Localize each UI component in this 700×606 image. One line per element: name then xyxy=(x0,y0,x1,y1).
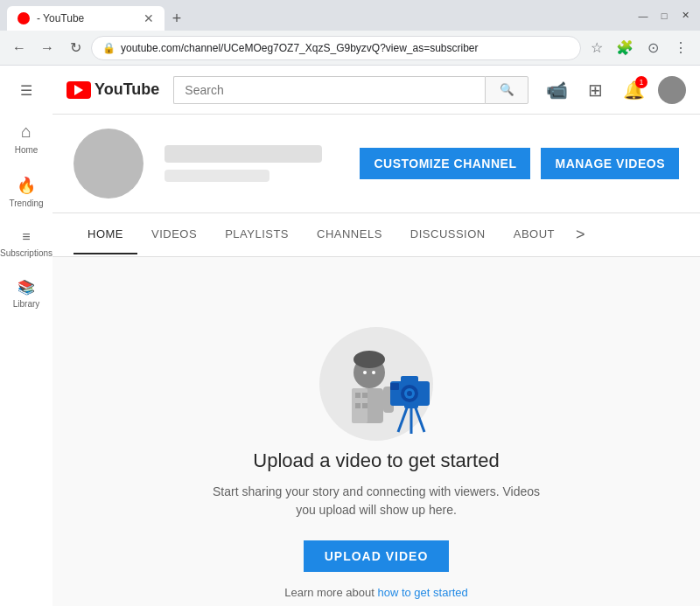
new-tab-button[interactable]: + xyxy=(164,6,189,31)
svg-rect-6 xyxy=(362,403,368,408)
search-button[interactable]: 🔍 xyxy=(485,76,528,104)
upload-title: Upload a video to get started xyxy=(253,449,499,472)
tabs-more-button[interactable]: > xyxy=(569,213,592,256)
play-triangle xyxy=(74,85,83,95)
channel-subscribers xyxy=(164,170,270,182)
upload-area: Upload a video to get started Start shar… xyxy=(52,257,700,606)
window-controls: — □ ✕ xyxy=(635,8,693,24)
notification-badge: 1 xyxy=(635,76,648,88)
tab-home[interactable]: HOME xyxy=(74,215,137,254)
tab-videos[interactable]: VIDEOS xyxy=(137,215,211,254)
maximize-button[interactable]: □ xyxy=(656,8,672,24)
svg-point-10 xyxy=(372,371,375,374)
svg-rect-13 xyxy=(401,376,418,383)
sidebar-menu-button[interactable]: ☰ xyxy=(9,73,44,108)
header-right: 📹 ⊞ 🔔 1 xyxy=(542,76,686,104)
tab-about[interactable]: ABOUT xyxy=(500,215,569,254)
sidebar-item-subscriptions[interactable]: ≡ Subscriptions xyxy=(0,219,52,268)
sidebar-label-trending: Trending xyxy=(9,199,43,208)
notifications-button[interactable]: 🔔 1 xyxy=(620,76,648,104)
manage-videos-button[interactable]: MANAGE VIDEOS xyxy=(541,148,679,179)
tab-playlists[interactable]: PLAYLISTS xyxy=(211,215,303,254)
title-bar: - YouTube ✕ + — □ ✕ xyxy=(0,0,700,31)
customize-channel-button[interactable]: CUSTOMIZE CHANNEL xyxy=(360,148,530,179)
svg-rect-4 xyxy=(362,393,368,398)
tab-discussion[interactable]: DISCUSSION xyxy=(396,215,500,254)
subscriptions-icon: ≡ xyxy=(22,229,30,245)
svg-rect-3 xyxy=(355,393,360,398)
channel-tabs: HOME VIDEOS PLAYLISTS CHANNELS DISCUSSIO… xyxy=(52,213,700,257)
camera-illustration xyxy=(306,310,446,449)
tab-title: - YouTube xyxy=(37,12,136,24)
channel-header: CUSTOMIZE CHANNEL MANAGE VIDEOS xyxy=(52,115,700,213)
search-icon: 🔍 xyxy=(500,83,514,96)
tab-favicon xyxy=(18,12,30,24)
close-button[interactable]: ✕ xyxy=(677,8,693,24)
active-tab[interactable]: - YouTube ✕ xyxy=(7,6,164,31)
svg-point-9 xyxy=(363,371,367,374)
main-content: YouTube 🔍 📹 ⊞ 🔔 xyxy=(52,66,700,606)
how-to-get-started-link[interactable]: how to get started xyxy=(377,586,467,599)
svg-rect-17 xyxy=(390,383,399,390)
library-icon: 📚 xyxy=(18,279,35,296)
svg-point-8 xyxy=(354,351,385,368)
video-camera-icon: 📹 xyxy=(546,80,568,101)
refresh-button[interactable]: ↻ xyxy=(63,36,88,60)
user-avatar[interactable] xyxy=(658,76,686,104)
channel-name xyxy=(164,145,322,163)
youtube-logo-icon xyxy=(66,81,91,99)
tab-bar: - YouTube ✕ + xyxy=(7,0,628,31)
extensions-button[interactable]: 🧩 xyxy=(612,36,637,60)
apps-icon: ⊞ xyxy=(588,80,603,101)
youtube-app: ☰ ⌂ Home 🔥 Trending ≡ Subscriptions 📚 Li… xyxy=(0,66,700,606)
sidebar-label-subscriptions: Subscriptions xyxy=(0,248,52,258)
tab-channels[interactable]: CHANNELS xyxy=(303,215,396,254)
sidebar-item-home[interactable]: ⌂ Home xyxy=(0,111,52,165)
upload-description: Start sharing your story and connecting … xyxy=(210,483,542,519)
sidebar: ☰ ⌂ Home 🔥 Trending ≡ Subscriptions 📚 Li… xyxy=(0,66,52,606)
address-text: youtube.com/channel/UCeMOeg7OZ7_XqzS_G9b… xyxy=(121,42,479,54)
back-button[interactable]: ← xyxy=(7,36,32,60)
minimize-button[interactable]: — xyxy=(635,8,651,24)
svg-rect-5 xyxy=(355,403,360,408)
learn-more-text: Learn more about how to get started xyxy=(284,586,468,599)
trending-icon: 🔥 xyxy=(17,176,36,195)
address-input[interactable]: 🔒 youtube.com/channel/UCeMOeg7OZ7_XqzS_G… xyxy=(91,36,581,60)
search-input[interactable] xyxy=(173,76,485,104)
lock-icon: 🔒 xyxy=(102,42,116,54)
address-bar: ← → ↻ 🔒 youtube.com/channel/UCeMOeg7OZ7_… xyxy=(0,31,700,66)
learn-more-prefix: Learn more about xyxy=(284,586,377,599)
sidebar-item-library[interactable]: 📚 Library xyxy=(0,268,52,319)
channel-info xyxy=(164,145,339,182)
youtube-logo[interactable]: YouTube xyxy=(66,80,159,99)
profile-button[interactable]: ⊙ xyxy=(640,36,665,60)
youtube-logo-text: YouTube xyxy=(94,80,159,99)
bookmark-button[interactable]: ☆ xyxy=(584,36,609,60)
channel-avatar xyxy=(74,129,144,199)
youtube-header: YouTube 🔍 📹 ⊞ 🔔 xyxy=(52,66,700,115)
tab-close-button[interactable]: ✕ xyxy=(144,11,154,25)
address-right-controls: ☆ 🧩 ⊙ ⋮ xyxy=(584,36,693,60)
apps-button[interactable]: ⊞ xyxy=(581,76,609,104)
svg-rect-21 xyxy=(404,404,418,408)
channel-content: CUSTOMIZE CHANNEL MANAGE VIDEOS HOME VID… xyxy=(52,115,700,606)
channel-actions: CUSTOMIZE CHANNEL MANAGE VIDEOS xyxy=(360,148,679,179)
home-icon: ⌂ xyxy=(21,122,32,142)
svg-point-16 xyxy=(407,391,412,396)
menu-button[interactable]: ⋮ xyxy=(668,36,693,60)
forward-button[interactable]: → xyxy=(35,36,60,60)
search-bar: 🔍 xyxy=(173,76,528,104)
upload-video-button[interactable]: UPLOAD VIDEO xyxy=(304,540,450,572)
sidebar-label-home: Home xyxy=(15,145,38,155)
sidebar-item-trending[interactable]: 🔥 Trending xyxy=(0,165,52,219)
video-camera-button[interactable]: 📹 xyxy=(542,76,570,104)
sidebar-label-library: Library xyxy=(13,299,40,309)
